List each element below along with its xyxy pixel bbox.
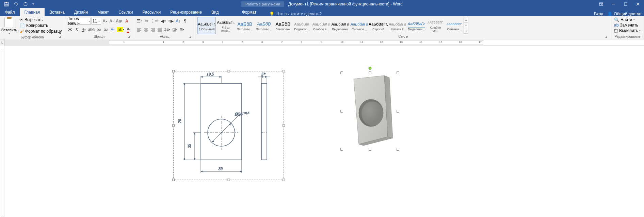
- tab-file[interactable]: Файл: [0, 8, 20, 16]
- tellme-input[interactable]: [276, 12, 344, 16]
- cursor-icon: ⬚: [614, 28, 618, 33]
- highlight-button[interactable]: ab▾: [116, 26, 125, 33]
- styles-gallery: АаБбВвГг,¶ ОбычныйАаБбВвГг,¶ Без инте...…: [197, 17, 464, 34]
- change-case-button[interactable]: Aa▾: [115, 18, 123, 24]
- style-item[interactable]: ААББВВГГ,Сильная...: [445, 17, 464, 34]
- bullets-button[interactable]: ☰▾: [136, 18, 143, 24]
- style-item[interactable]: АаБбВвГг,Строгий: [369, 17, 387, 34]
- subscript-button[interactable]: x2: [96, 26, 102, 33]
- cut-button[interactable]: ✂Вырезать: [19, 17, 63, 22]
- style-item[interactable]: АаБбВвГгСильное...: [350, 17, 368, 34]
- decrease-indent-button[interactable]: ◀≡: [160, 18, 167, 24]
- superscript-button[interactable]: x2: [103, 26, 109, 33]
- justify-button[interactable]: [157, 26, 163, 33]
- document-title: Документ1 [Режим ограниченной функционал…: [288, 2, 403, 6]
- style-item[interactable]: АаБбВвГгВыделенн...: [407, 17, 425, 34]
- close-button[interactable]: [632, 0, 644, 8]
- style-item[interactable]: АаБбВЗаголово...: [255, 17, 273, 34]
- tab-design[interactable]: Дизайн: [69, 8, 93, 16]
- share-button[interactable]: 👤Общий доступ: [607, 12, 641, 16]
- save-button[interactable]: [2, 0, 11, 8]
- tab-view[interactable]: Вид: [207, 8, 224, 16]
- quick-access-toolbar: ▾: [0, 0, 35, 8]
- rotate-handle[interactable]: [368, 67, 371, 70]
- tab-insert[interactable]: Вставка: [45, 8, 69, 16]
- sort-button[interactable]: A↓: [175, 18, 181, 24]
- ruler-corner: L: [0, 39, 5, 46]
- maximize-button[interactable]: [619, 0, 632, 8]
- svg-text:39: 39: [218, 166, 223, 171]
- underline-button[interactable]: Ч▾: [81, 26, 87, 33]
- shrink-font-button[interactable]: A▾: [109, 18, 115, 24]
- dialog-launcher[interactable]: ◢: [189, 35, 193, 39]
- minimize-button[interactable]: [607, 0, 619, 8]
- title-bar: ▾ Работа с рисунками Документ1 [Режим ог…: [0, 0, 644, 8]
- style-item[interactable]: АаБбВвГгЦитата 2: [388, 17, 406, 34]
- italic-button[interactable]: К: [74, 26, 80, 33]
- multilevel-button[interactable]: ⋮≡▾: [150, 18, 159, 24]
- qat-customize[interactable]: ▾: [31, 0, 35, 8]
- group-styles: АаБбВвГг,¶ ОбычныйАаБбВвГг,¶ Без инте...…: [195, 16, 611, 39]
- ribbon-tabs: Файл Главная Вставка Дизайн Макет Ссылки…: [0, 8, 644, 16]
- svg-rect-4: [599, 3, 603, 5]
- shading-button[interactable]: ◪▾: [172, 26, 178, 33]
- text-effects-button[interactable]: A▾: [110, 26, 116, 33]
- strike-button[interactable]: abc: [87, 26, 95, 33]
- lightbulb-icon: 💡: [269, 12, 274, 16]
- tab-review[interactable]: Рецензирование: [165, 8, 207, 16]
- align-right-button[interactable]: [150, 26, 156, 33]
- svg-rect-13: [261, 83, 267, 160]
- find-button[interactable]: 🔍Найти▾: [613, 17, 642, 22]
- style-item[interactable]: АаБбВвГгВыделение: [331, 17, 349, 34]
- drawing-object-1[interactable]: 19,5 70 35 Ø26+0,5: [173, 71, 284, 180]
- undo-button[interactable]: [12, 0, 20, 8]
- borders-button[interactable]: ⊞▾: [179, 26, 185, 33]
- scissors-icon: ✂: [20, 17, 23, 22]
- tab-references[interactable]: Ссылки: [114, 8, 138, 16]
- dialog-launcher[interactable]: ◢: [128, 35, 132, 39]
- bold-button[interactable]: Ж: [67, 26, 73, 33]
- tellme-search[interactable]: 💡: [261, 12, 594, 16]
- style-item[interactable]: АаБбВЗаголово...: [236, 17, 254, 34]
- style-item[interactable]: АаБбВвГгСлабое в...: [312, 17, 330, 34]
- paste-button[interactable]: Вставить ▾: [2, 17, 16, 35]
- align-center-button[interactable]: [143, 26, 149, 33]
- align-left-button[interactable]: [136, 26, 142, 33]
- ribbon-display-options[interactable]: [595, 0, 607, 8]
- show-marks-button[interactable]: ¶: [182, 18, 188, 24]
- document-canvas[interactable]: 19,5 70 35 Ø26+0,5: [5, 46, 644, 217]
- ruler-horizontal[interactable]: L 12345678910111213141516171: [0, 39, 644, 46]
- format-painter-button[interactable]: 🖌Формат по образцу: [19, 29, 63, 34]
- ribbon: Вставить ▾ ✂Вырезать 📄Копировать 🖌Формат…: [0, 16, 644, 39]
- clear-format-button[interactable]: A̷: [124, 18, 130, 24]
- tab-home[interactable]: Главная: [20, 8, 45, 16]
- tab-mailings[interactable]: Рассылки: [138, 8, 165, 16]
- font-name-combo[interactable]: Times New F▾: [67, 18, 91, 24]
- dialog-launcher[interactable]: ◢: [59, 35, 63, 39]
- increase-indent-button[interactable]: ≡▶: [167, 18, 174, 24]
- font-size-combo[interactable]: 11▾: [92, 18, 101, 24]
- copy-button[interactable]: 📄Копировать: [19, 23, 63, 28]
- style-item[interactable]: АаБбВвГг,¶ Обычный: [197, 17, 216, 34]
- replace-button[interactable]: abЗаменить: [613, 22, 642, 28]
- style-item[interactable]: ААББВВГГ,Слабая сс...: [426, 17, 445, 34]
- drawing-object-2[interactable]: [342, 73, 398, 149]
- copy-icon: 📄: [20, 23, 25, 28]
- redo-button[interactable]: [21, 0, 30, 8]
- line-spacing-button[interactable]: ‡≡▾: [163, 26, 171, 33]
- svg-point-3: [24, 2, 27, 6]
- style-item[interactable]: АаБбВЗаголовок: [274, 17, 292, 34]
- style-item[interactable]: АаБбВвГПодзагол...: [293, 17, 311, 34]
- signin-link[interactable]: Вход: [594, 12, 603, 16]
- ruler-vertical[interactable]: [0, 46, 5, 217]
- select-button[interactable]: ⬚Выделить▾: [613, 28, 642, 33]
- isometric-view: [342, 73, 398, 149]
- tab-layout[interactable]: Макет: [93, 8, 114, 16]
- grow-font-button[interactable]: A▴: [102, 18, 108, 24]
- dialog-launcher[interactable]: ◢: [605, 35, 609, 39]
- style-item[interactable]: АаБбВвГг,¶ Без инте...: [216, 17, 235, 34]
- styles-scroll[interactable]: ▴▾⌄: [464, 17, 468, 34]
- numbering-button[interactable]: ≡▾: [143, 18, 149, 24]
- font-color-button[interactable]: A▾: [126, 26, 132, 33]
- tab-format[interactable]: Формат: [237, 8, 261, 16]
